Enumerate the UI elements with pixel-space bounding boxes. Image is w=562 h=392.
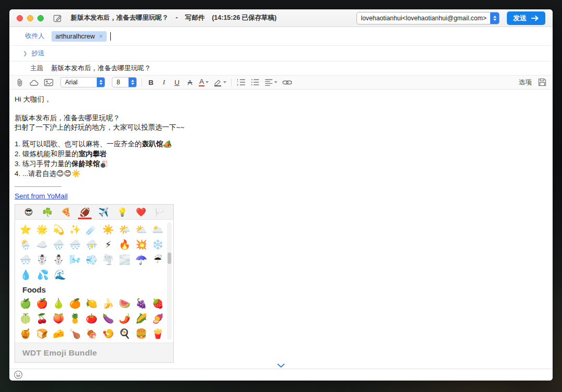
account-select-stepper-icon[interactable]	[490, 12, 499, 24]
emoji-tab-food[interactable]: 🍕	[57, 205, 75, 219]
emoji-cell[interactable]: ☁️	[34, 237, 50, 252]
options-button[interactable]: 选项	[519, 78, 532, 87]
emoji-cell[interactable]: 🍋	[83, 296, 100, 311]
emoji-cell[interactable]: ☃️	[34, 252, 50, 267]
signature-link[interactable]: Sent from YoMail	[15, 192, 68, 201]
italic-button[interactable]: I	[160, 78, 168, 86]
emoji-cell[interactable]: ⚡	[100, 237, 117, 252]
zoom-button[interactable]	[37, 15, 44, 21]
emoji-cell[interactable]: 🍉	[117, 296, 133, 311]
emoji-cell[interactable]: ✨	[67, 222, 83, 237]
emoji-cell[interactable]: 🌶️	[117, 311, 133, 326]
emoji-cell[interactable]: 🍈	[17, 311, 34, 326]
emoji-cell[interactable]: 🍯	[17, 326, 34, 341]
emoji-cell[interactable]: 🍎	[34, 296, 50, 311]
emoji-tab-flags[interactable]: 🏳️	[150, 205, 169, 219]
cc-toggle[interactable]: 抄送	[31, 49, 44, 58]
emoji-scrollbar-track[interactable]	[167, 222, 172, 340]
emoji-scrollbar-thumb[interactable]	[168, 252, 171, 264]
emoji-cell[interactable]: 🍍	[67, 311, 83, 326]
emoji-cell[interactable]: 💥	[133, 237, 149, 252]
chip-close-icon[interactable]: ×	[99, 33, 103, 40]
emoji-cell[interactable]: 🍓	[149, 296, 166, 311]
bullet-list-button[interactable]	[250, 78, 260, 86]
font-family-stepper-icon[interactable]	[97, 78, 105, 87]
emoji-cell[interactable]: ⭐	[17, 222, 34, 237]
emoji-cell[interactable]: 🌥️	[149, 222, 166, 237]
insert-image-button[interactable]	[44, 79, 54, 86]
attach-button[interactable]	[16, 78, 24, 87]
account-select[interactable]: lovehaotianhui<lovehaotianhui@gmail.com>	[356, 12, 500, 24]
recipient-chip[interactable]: arthuralhcrew ×	[52, 31, 107, 42]
emoji-cell[interactable]: 🌦️	[17, 237, 34, 252]
emoji-cell[interactable]: 💫	[50, 222, 67, 237]
emoji-cell[interactable]: 🍗	[67, 326, 83, 341]
emoji-cell[interactable]: 🔥	[117, 237, 133, 252]
emoji-cell[interactable]: 🍠	[149, 311, 166, 326]
emoji-cell[interactable]: 🌬️	[67, 252, 83, 267]
emoji-cell[interactable]: 🍇	[133, 296, 149, 311]
emoji-cell[interactable]: 🍌	[100, 296, 117, 311]
emoji-cell[interactable]: 🍏	[17, 296, 34, 311]
emoji-cell[interactable]: 🍐	[50, 296, 67, 311]
emoji-cell[interactable]: 🌟	[34, 222, 50, 237]
emoji-cell[interactable]: 🍆	[100, 311, 117, 326]
emoji-cell[interactable]: 🍟	[149, 326, 166, 341]
emoji-cell[interactable]: ☔	[149, 252, 166, 267]
subject-input[interactable]: 新版本发布后，准备去哪里玩呢？	[51, 64, 151, 73]
emoji-cell[interactable]: 🍤	[100, 326, 117, 341]
emoji-cell[interactable]: ☂️	[133, 252, 149, 267]
font-color-button[interactable]: A	[199, 78, 209, 86]
font-size-select[interactable]: 8	[112, 77, 137, 87]
emoji-cell[interactable]: ❄️	[149, 237, 166, 252]
emoji-tab-travel[interactable]: ✈️	[94, 205, 113, 219]
highlight-button[interactable]	[213, 78, 226, 86]
emoji-cell[interactable]: ⛅	[133, 222, 149, 237]
ordered-list-button[interactable]	[236, 78, 246, 86]
emoji-toggle-button[interactable]	[14, 370, 23, 380]
emoji-cell[interactable]: 💧	[17, 267, 34, 282]
emoji-cell[interactable]: 💨	[83, 252, 100, 267]
recipient-field[interactable]: 收件人 arthuralhcrew ×	[9, 27, 553, 46]
cloud-attach-button[interactable]	[29, 79, 39, 86]
emoji-cell[interactable]: 🍳	[117, 326, 133, 341]
emoji-cell[interactable]: 🌨️	[67, 237, 83, 252]
font-size-stepper-icon[interactable]	[129, 78, 136, 87]
emoji-cell[interactable]: ⛄	[50, 252, 67, 267]
emoji-cell[interactable]: 🌤️	[117, 222, 133, 237]
emoji-tab-objects[interactable]: 💡	[113, 205, 132, 219]
underline-button[interactable]: U	[173, 79, 181, 86]
save-draft-button[interactable]	[538, 78, 546, 86]
emoji-cell[interactable]: 🍖	[83, 326, 100, 341]
emoji-cell[interactable]: ⛈️	[83, 237, 100, 252]
emoji-cell[interactable]: ☀️	[100, 222, 117, 237]
emoji-cell[interactable]: 🍒	[34, 311, 50, 326]
emoji-cell[interactable]: 🧀	[50, 326, 67, 341]
emoji-cell[interactable]: 💦	[34, 267, 52, 282]
close-button[interactable]	[17, 15, 23, 21]
emoji-cell[interactable]: 🌧️	[50, 237, 67, 252]
strikethrough-button[interactable]: A	[186, 79, 194, 86]
emoji-cell[interactable]: 🌽	[133, 311, 149, 326]
emoji-cell[interactable]: 🌨️	[17, 252, 34, 267]
emoji-cell[interactable]: 🍑	[50, 311, 67, 326]
emoji-cell[interactable]: 🍊	[67, 296, 83, 311]
insert-link-button[interactable]	[282, 79, 292, 86]
collapse-panel-button[interactable]	[277, 363, 285, 368]
emoji-cell[interactable]: 🍅	[83, 311, 100, 326]
emoji-tab-activity[interactable]: 🏈	[75, 205, 94, 219]
emoji-cell[interactable]: 🌊	[52, 267, 69, 282]
emoji-tab-smileys[interactable]: 😎	[19, 205, 38, 219]
bold-button[interactable]: B	[147, 79, 155, 86]
font-family-select[interactable]: Arial	[60, 77, 105, 87]
send-button[interactable]: 发送	[507, 11, 545, 25]
emoji-tab-nature[interactable]: ☘️	[38, 205, 57, 219]
message-body-editor[interactable]: Hi 大咖们， 新版本发布后，准备去哪里玩呢？ 扫射了一下沪上的好玩的地方，大家…	[9, 90, 553, 369]
emoji-tab-symbols[interactable]: ❤️	[132, 205, 150, 219]
align-button[interactable]	[264, 79, 277, 86]
emoji-cell[interactable]: 🌪️	[100, 252, 117, 267]
emoji-cell[interactable]: ☄️	[83, 222, 100, 237]
emoji-cell[interactable]: 🍔	[133, 326, 149, 341]
emoji-cell[interactable]: 🌫️	[117, 252, 133, 267]
emoji-cell[interactable]: 🍞	[34, 326, 50, 341]
